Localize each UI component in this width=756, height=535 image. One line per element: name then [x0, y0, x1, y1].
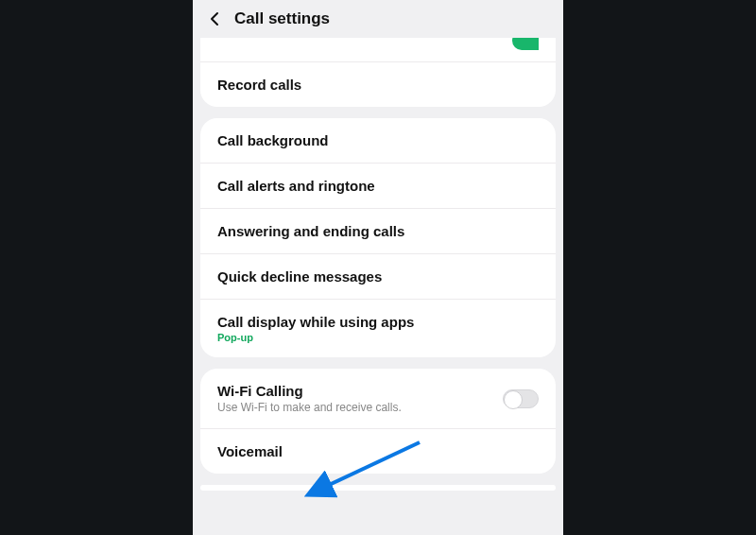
call-display-sub: Pop-up: [217, 332, 414, 343]
back-icon[interactable]: [206, 9, 225, 28]
call-background-label: Call background: [217, 132, 329, 148]
settings-scroll[interactable]: Record calls Call background Call alerts…: [193, 38, 563, 535]
settings-card-2: Call background Call alerts and ringtone…: [200, 118, 556, 357]
header-bar: Call settings: [193, 0, 563, 38]
page-title: Call settings: [234, 9, 330, 28]
voicemail-label: Voicemail: [217, 443, 283, 459]
quick-decline-row[interactable]: Quick decline messages: [200, 253, 556, 299]
wifi-calling-toggle[interactable]: [503, 389, 539, 408]
call-alerts-label: Call alerts and ringtone: [217, 178, 375, 194]
next-card-peek: [200, 485, 556, 491]
answering-row[interactable]: Answering and ending calls: [200, 208, 556, 253]
wifi-calling-label: Wi-Fi Calling: [217, 383, 402, 399]
phone-screen: Call settings Record calls Call backgrou…: [193, 0, 563, 535]
call-display-row[interactable]: Call display while using apps Pop-up: [200, 299, 556, 357]
call-display-label: Call display while using apps: [217, 314, 414, 330]
wifi-calling-sub: Use Wi-Fi to make and receive calls.: [217, 401, 402, 414]
call-display-text: Call display while using apps Pop-up: [217, 314, 414, 343]
settings-card-1: Record calls: [200, 38, 556, 107]
record-calls-row[interactable]: Record calls: [200, 61, 556, 107]
call-background-row[interactable]: Call background: [200, 118, 556, 163]
quick-decline-label: Quick decline messages: [217, 268, 382, 285]
answering-label: Answering and ending calls: [217, 223, 404, 239]
voicemail-row[interactable]: Voicemail: [200, 428, 556, 474]
record-calls-label: Record calls: [217, 77, 301, 93]
toggle-on-icon[interactable]: [512, 38, 539, 50]
wifi-calling-row[interactable]: Wi-Fi Calling Use Wi-Fi to make and rece…: [200, 369, 556, 428]
wifi-calling-text: Wi-Fi Calling Use Wi-Fi to make and rece…: [217, 383, 402, 414]
truncated-row[interactable]: [200, 38, 556, 61]
call-alerts-row[interactable]: Call alerts and ringtone: [200, 163, 556, 208]
settings-card-3: Wi-Fi Calling Use Wi-Fi to make and rece…: [200, 369, 556, 474]
